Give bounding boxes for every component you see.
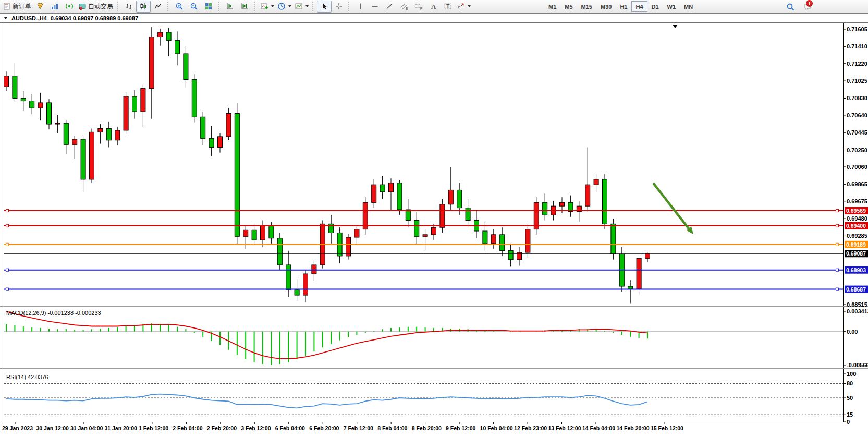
vertical-line-button[interactable] [353,1,368,13]
time-label: 10 Feb 04:00 [480,425,513,431]
hline-handle[interactable] [6,209,9,212]
timeframe-H4[interactable]: H4 [631,1,647,12]
bar-chart-icon [125,2,133,10]
candle-body [243,230,248,236]
text-button[interactable]: A [426,1,441,13]
fibonacci-button[interactable]: F [411,1,426,13]
candle-body [90,132,94,179]
hline-handle[interactable] [836,243,839,246]
templates-button[interactable] [293,1,310,13]
label-button[interactable]: T [441,1,455,13]
time-label: 2 Feb 04:00 [173,425,202,431]
indicators-button[interactable] [33,1,47,13]
zoom-out-button[interactable] [187,1,201,13]
crosshair-button[interactable] [332,1,346,13]
chevron-down-icon[interactable] [288,5,291,7]
chevron-down-icon[interactable] [468,5,471,7]
periods-button[interactable] [276,1,293,13]
macd-signal-line [6,311,647,359]
timeframe-W1[interactable]: W1 [663,1,680,12]
timeframe-MN[interactable]: MN [680,1,697,12]
hline-handle[interactable] [6,224,9,227]
rsi-line [6,394,647,408]
auto-scroll-icon [240,2,249,10]
notification-badge: 1 [806,0,813,7]
signals-button[interactable] [62,1,77,13]
svg-text:A: A [431,3,436,10]
label-icon: T [444,2,452,10]
hline-icon [371,2,379,10]
candle-body [389,183,394,192]
new-chart-icon [260,2,268,10]
chart-shift-button[interactable] [223,1,237,13]
candle-body [55,123,60,124]
hline-handle[interactable] [6,269,9,271]
candle-body [218,137,223,148]
price-tick: 0.68515 [847,301,867,308]
hline-handle[interactable] [836,209,839,212]
horizontal-line-button[interactable] [368,1,382,13]
vline-icon [356,2,364,10]
chart-ohlc-values: 0.69034 0.69097 0.68989 0.69087 [51,15,138,21]
candle-body [252,230,256,240]
hline-handle[interactable] [836,288,839,290]
candle-body [30,101,34,108]
auto-trading-button[interactable]: 自动交易 [77,1,115,13]
trendline-button[interactable] [382,1,397,13]
chart-shift-icon [226,2,234,10]
time-label: 9 Feb 12:00 [446,425,475,431]
candle-body [158,32,163,37]
candlestick-button[interactable] [136,1,151,13]
time-label: 31 Jan 20:00 [104,425,137,431]
chart-shift-marker[interactable] [673,25,678,28]
chart-canvas[interactable]: 0.716050.714100.712200.710250.708300.706… [0,23,868,437]
notifications-button[interactable]: 1 [801,1,815,13]
arrow-annotation[interactable] [653,183,690,230]
time-label: 12 Feb 23:00 [514,425,547,431]
signal-icon [65,2,74,10]
new-order-button[interactable]: 新订单 [1,1,33,13]
candle-body [483,231,487,244]
hline-handle[interactable] [836,224,839,227]
chart-dropdown-icon[interactable] [4,17,8,19]
timeframe-M30[interactable]: M30 [596,1,616,12]
chevron-down-icon[interactable] [271,5,274,7]
equidistant-channel-button[interactable]: E [397,1,411,13]
chevron-down-icon[interactable] [305,5,309,7]
market-watch-button[interactable] [47,1,62,13]
cursor-button[interactable] [317,1,332,13]
candle-body [585,185,590,206]
hline-handle[interactable] [6,243,9,246]
timeframe-M5[interactable]: M5 [560,1,577,12]
bar-chart-button[interactable] [121,1,136,13]
toolbar-separator [348,2,351,11]
hline-handle[interactable] [836,269,839,271]
price-tick: 0.69285 [847,233,867,239]
price-badge-label: 0.68687 [846,286,866,293]
arrows-button[interactable] [455,1,472,13]
price-tick: 0.71220 [847,60,867,67]
tile-windows-button[interactable] [201,1,216,13]
search-button[interactable] [783,1,798,13]
candle-body [269,226,274,238]
line-chart-button[interactable] [151,1,165,13]
price-badge-label: 0.69569 [846,208,866,214]
price-tick: 0.70060 [847,164,867,170]
rsi-tick: 15 [847,411,853,418]
hline-handle[interactable] [6,288,9,290]
auto-scroll-button[interactable] [237,1,252,13]
timeframe-M1[interactable]: M1 [544,1,560,12]
candle-body [201,117,205,138]
new-chart-button[interactable] [259,1,276,13]
price-tick: 0.69675 [847,198,867,204]
auto-trading-icon [78,2,87,10]
timeframe-D1[interactable]: D1 [647,1,663,12]
zoom-in-button[interactable] [172,1,187,13]
timeframe-H1[interactable]: H1 [616,1,631,12]
tile-windows-icon [204,2,213,10]
timeframe-M15[interactable]: M15 [577,1,596,12]
candle-body [508,251,513,260]
svg-text:T: T [446,4,449,9]
candle-body [414,221,419,237]
zoom-out-icon [190,2,198,10]
